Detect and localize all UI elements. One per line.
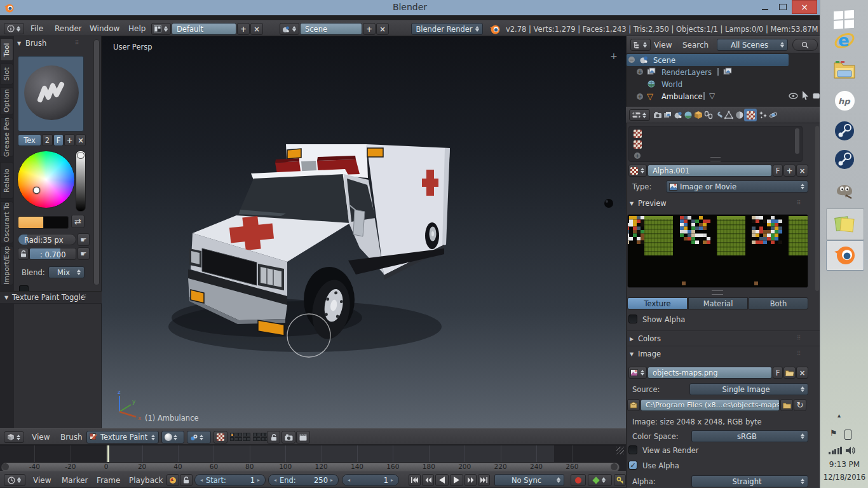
frame-start-field[interactable]: ◂ Start: 1 ▸ xyxy=(194,474,266,486)
texture-unlink-button[interactable]: × xyxy=(796,165,808,177)
image-browse-button[interactable] xyxy=(628,367,647,379)
swap-colors-button[interactable]: ⇄ xyxy=(71,215,85,228)
expand-icon[interactable]: + xyxy=(637,69,643,75)
preview-collapse-icon[interactable]: ▼ xyxy=(630,201,634,207)
outliner-item-label[interactable]: Scene xyxy=(653,56,675,65)
expand-icon[interactable]: + xyxy=(637,93,643,100)
layout-browse-button[interactable] xyxy=(151,23,171,35)
scene-name-field[interactable]: Scene xyxy=(300,23,362,35)
action-center-flag-icon[interactable]: ⚑ xyxy=(830,428,837,438)
menu-view[interactable]: View xyxy=(33,476,51,485)
outliner-row-scene[interactable] xyxy=(627,54,789,66)
menu-brush[interactable]: Brush xyxy=(60,433,83,442)
clock-date[interactable]: 12/18/2016 xyxy=(820,473,868,482)
steam-icon[interactable] xyxy=(834,121,855,141)
corner-grip[interactable] xyxy=(616,447,624,454)
strength-lock-button[interactable] xyxy=(18,248,29,260)
use-alpha-checkbox[interactable]: ✓ xyxy=(628,461,637,470)
current-frame-indicator[interactable] xyxy=(107,445,109,462)
image-path-field[interactable]: C:\Program Files (x8…es\objects-maps.png xyxy=(641,399,780,411)
menu-search[interactable]: Search xyxy=(682,41,709,50)
preview-material-tab[interactable]: Material xyxy=(688,297,748,309)
strength-animate-button[interactable]: ☛ xyxy=(78,247,90,260)
show-alpha-checkbox[interactable] xyxy=(628,315,637,323)
current-frame-field[interactable]: ◂ 1 ▸ xyxy=(342,474,399,486)
decrement-arrow-icon[interactable]: ◂ xyxy=(274,477,276,483)
path-browse-button[interactable] xyxy=(780,399,793,411)
texture-browse-button[interactable] xyxy=(628,165,647,177)
add-slot-icon[interactable]: + xyxy=(634,152,641,159)
gimp-icon[interactable] xyxy=(834,180,855,200)
partial-checkbox[interactable] xyxy=(19,285,29,291)
panel-grip[interactable]: ⠿ xyxy=(75,39,80,46)
search-button[interactable] xyxy=(792,39,818,51)
menu-playback[interactable]: Playback xyxy=(129,476,163,485)
increment-arrow-icon[interactable]: ▸ xyxy=(391,477,393,483)
texture-add-button[interactable]: + xyxy=(783,165,796,177)
device-icon[interactable] xyxy=(844,430,851,440)
view-as-render-checkbox[interactable] xyxy=(628,445,637,454)
brush-panel-collapse-icon[interactable]: ▼ xyxy=(17,41,21,46)
texture-slot-icon[interactable] xyxy=(634,130,642,138)
outliner-item-label[interactable]: RenderLayers xyxy=(661,68,712,77)
shelf-tab-relations[interactable]: Relatio xyxy=(0,162,13,199)
layout-name-field[interactable]: Default xyxy=(172,23,236,35)
menu-view[interactable]: View xyxy=(654,41,672,50)
radius-animate-button[interactable]: ☛ xyxy=(78,233,90,246)
list-scrollbar[interactable] xyxy=(795,128,799,154)
value-slider[interactable] xyxy=(76,151,86,212)
tab-modifiers-icon[interactable] xyxy=(714,111,723,119)
volume-icon[interactable] xyxy=(846,446,856,455)
tab-physics-icon[interactable] xyxy=(769,111,778,119)
start-button[interactable] xyxy=(834,10,855,29)
menu-view[interactable]: View xyxy=(32,433,50,442)
play-reverse-button[interactable] xyxy=(435,474,449,486)
panel-grip[interactable]: ⠿ xyxy=(797,350,802,356)
radius-slider[interactable]: Radi:35 px xyxy=(18,234,76,245)
sync-dropdown[interactable]: No Sync xyxy=(494,474,564,486)
pack-image-button[interactable] xyxy=(627,399,640,411)
shelf-tab-import-export[interactable]: Import/Exp xyxy=(0,246,13,285)
image-collapse-icon[interactable]: ▼ xyxy=(630,351,634,357)
blender-taskbar-icon[interactable] xyxy=(833,244,856,266)
ambulance-model[interactable] xyxy=(102,36,626,428)
keying-set-button[interactable] xyxy=(588,474,612,486)
viewport-3d[interactable] xyxy=(102,36,626,428)
lock-to-scene-button[interactable] xyxy=(267,431,280,444)
menu-marker[interactable]: Marker xyxy=(62,476,88,485)
menu-help[interactable]: Help xyxy=(128,24,146,33)
menu-file[interactable]: File xyxy=(31,24,43,33)
tab-scene-icon[interactable] xyxy=(674,111,682,119)
editor-type-button[interactable] xyxy=(4,474,25,486)
brush-panel-title[interactable]: Brush xyxy=(25,39,46,48)
collapse-icon[interactable]: − xyxy=(628,57,635,63)
scene-browse-button[interactable] xyxy=(280,23,299,35)
decrement-arrow-icon[interactable]: ◂ xyxy=(200,477,203,483)
image-fake-user-button[interactable]: F xyxy=(773,367,783,379)
scene-add-button[interactable]: + xyxy=(363,23,376,35)
pivot-dropdown[interactable] xyxy=(187,431,211,444)
image-panel-title[interactable]: Image xyxy=(638,349,661,358)
texture-type-dropdown[interactable]: Image or Movie xyxy=(666,180,808,193)
reload-image-button[interactable]: ↻ xyxy=(794,399,806,411)
image-open-button[interactable] xyxy=(783,367,796,379)
shelf-scrollbar[interactable] xyxy=(93,39,100,285)
image-name-field[interactable]: objects-maps.png xyxy=(648,367,772,379)
texture-slot-list[interactable]: + xyxy=(628,126,803,162)
tray-expand-icon[interactable]: ▴ xyxy=(837,412,841,419)
render-engine-dropdown[interactable]: Blender Render xyxy=(411,23,483,35)
hp-logo-icon[interactable]: hp xyxy=(834,90,855,111)
internet-explorer-icon[interactable]: e xyxy=(833,29,856,52)
preview-resize-grip[interactable] xyxy=(712,290,723,295)
shelf-tab-tool[interactable]: Tool xyxy=(0,38,13,61)
source-dropdown[interactable]: Single Image xyxy=(689,383,808,395)
editor-type-button[interactable] xyxy=(630,39,651,51)
sticky-notes-icon[interactable] xyxy=(834,214,855,234)
properties-scrollbar[interactable] xyxy=(815,126,819,291)
panel-grip[interactable]: ⠿ xyxy=(797,335,802,341)
color-space-dropdown[interactable]: sRGB xyxy=(691,430,808,442)
use-preview-range-toggle[interactable] xyxy=(166,474,179,486)
render-opengl-button[interactable] xyxy=(281,431,295,444)
increment-arrow-icon[interactable]: ▸ xyxy=(257,477,260,483)
primary-color-swatch[interactable] xyxy=(18,216,44,229)
